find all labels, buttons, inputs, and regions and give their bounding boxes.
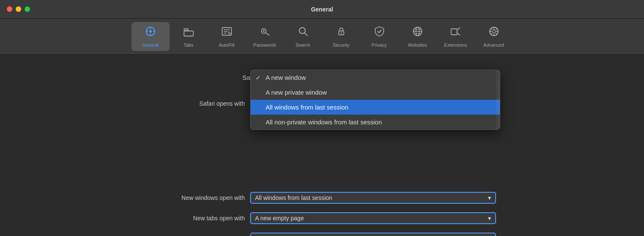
dropdown-item-all-windows-last-session[interactable]: All windows from last session bbox=[251, 100, 500, 115]
dropdown-item-all-windows-label: All windows from last session bbox=[266, 104, 348, 111]
homepage-control bbox=[250, 233, 513, 236]
svg-rect-7 bbox=[184, 31, 193, 36]
dropdown-item-new-private-window-label: A new private window bbox=[266, 89, 327, 96]
toolbar-item-tabs[interactable]: Tabs bbox=[170, 22, 208, 51]
new-tabs-dropdown[interactable]: A new empty page ▾ bbox=[250, 212, 496, 224]
toolbar-item-security[interactable]: Security bbox=[322, 22, 360, 51]
settings-area: Safari opens with A new window A new pri… bbox=[131, 96, 513, 236]
toolbar-item-privacy[interactable]: Privacy bbox=[360, 22, 399, 51]
privacy-icon bbox=[374, 25, 385, 40]
toolbar-label-advanced: Advanced bbox=[483, 42, 504, 48]
dropdown-menu-container: A new window A new private window All wi… bbox=[250, 70, 500, 130]
toolbar-item-autofill[interactable]: AutoFill bbox=[208, 22, 246, 51]
svg-line-34 bbox=[491, 28, 492, 30]
advanced-icon bbox=[488, 25, 500, 40]
new-windows-label: New windows open with bbox=[131, 194, 250, 201]
close-button[interactable] bbox=[7, 6, 12, 12]
websites-icon bbox=[412, 25, 424, 40]
new-tabs-row: New tabs open with A new empty page ▾ bbox=[131, 208, 513, 228]
toolbar-label-search: Search bbox=[296, 42, 310, 48]
title-bar: General bbox=[0, 0, 644, 19]
security-icon bbox=[335, 25, 347, 40]
passwords-icon bbox=[259, 25, 271, 40]
toolbar-item-passwords[interactable]: Passwords bbox=[246, 22, 284, 51]
toolbar-item-general[interactable]: General bbox=[131, 22, 170, 51]
safari-opens-row: Safari opens with A new window A new pri… bbox=[131, 96, 513, 111]
svg-point-14 bbox=[263, 30, 265, 32]
svg-line-16 bbox=[304, 33, 307, 36]
new-tabs-label: New tabs open with bbox=[131, 215, 250, 222]
svg-point-1 bbox=[149, 30, 152, 33]
new-windows-dropdown-value: All windows from last session bbox=[255, 194, 332, 201]
toolbar-item-extensions[interactable]: Extensions bbox=[437, 22, 475, 51]
toolbar-label-autofill: AutoFill bbox=[219, 42, 234, 48]
svg-point-18 bbox=[340, 32, 342, 34]
toolbar-item-websites[interactable]: Websites bbox=[399, 22, 437, 51]
toolbar-label-security: Security bbox=[333, 42, 350, 48]
svg-rect-24 bbox=[451, 29, 457, 35]
toolbar: General Tabs AutoFill bbox=[0, 19, 644, 55]
new-windows-dropdown[interactable]: All windows from last session ▾ bbox=[250, 192, 496, 204]
toolbar-item-search[interactable]: Search bbox=[284, 22, 322, 51]
new-tabs-control: A new empty page ▾ bbox=[250, 212, 513, 224]
dropdown-item-new-window-label: A new window bbox=[266, 74, 306, 81]
svg-line-36 bbox=[496, 28, 497, 30]
dropdown-item-all-non-private-windows[interactable]: All non-private windows from last sessio… bbox=[251, 115, 500, 129]
search-icon bbox=[297, 25, 309, 40]
safari-opens-label: Safari opens with bbox=[131, 100, 250, 107]
dropdown-item-new-private-window[interactable]: A new private window bbox=[251, 85, 500, 100]
new-windows-control: All windows from last session ▾ bbox=[250, 192, 513, 204]
dropdown-scrollbar[interactable] bbox=[496, 70, 500, 129]
svg-line-37 bbox=[491, 34, 492, 35]
toolbar-label-websites: Websites bbox=[408, 42, 427, 48]
homepage-input[interactable] bbox=[250, 233, 496, 236]
svg-point-29 bbox=[492, 30, 495, 33]
toolbar-item-advanced[interactable]: Advanced bbox=[475, 22, 513, 51]
homepage-row: Homepage: Set to Current Page bbox=[131, 228, 513, 236]
new-tabs-dropdown-value: A new empty page bbox=[255, 215, 304, 222]
content-area: Safari is not your default web browser. … bbox=[0, 55, 644, 236]
autofill-icon bbox=[221, 25, 233, 40]
dropdown-item-new-window[interactable]: A new window bbox=[251, 70, 500, 85]
toolbar-label-extensions: Extensions bbox=[444, 42, 467, 48]
tabs-icon bbox=[183, 25, 195, 40]
svg-line-35 bbox=[496, 34, 497, 35]
maximize-button[interactable] bbox=[25, 6, 30, 12]
dropdown-item-all-non-private-windows-label: All non-private windows from last sessio… bbox=[266, 118, 382, 126]
general-icon bbox=[145, 25, 156, 40]
svg-rect-6 bbox=[184, 29, 188, 31]
svg-line-13 bbox=[265, 33, 269, 35]
new-windows-row: New windows open with All windows from l… bbox=[131, 188, 513, 208]
minimize-button[interactable] bbox=[16, 6, 21, 12]
new-tabs-chevron-icon: ▾ bbox=[488, 215, 491, 222]
extensions-icon bbox=[450, 25, 462, 40]
toolbar-label-tabs: Tabs bbox=[184, 42, 193, 48]
toolbar-label-general: General bbox=[142, 42, 159, 48]
window-title: General bbox=[311, 6, 333, 13]
toolbar-label-privacy: Privacy bbox=[371, 42, 387, 48]
dropdown-menu: A new window A new private window All wi… bbox=[250, 70, 500, 130]
window-controls bbox=[7, 6, 30, 12]
toolbar-label-passwords: Passwords bbox=[254, 42, 276, 48]
new-windows-chevron-icon: ▾ bbox=[488, 194, 491, 201]
